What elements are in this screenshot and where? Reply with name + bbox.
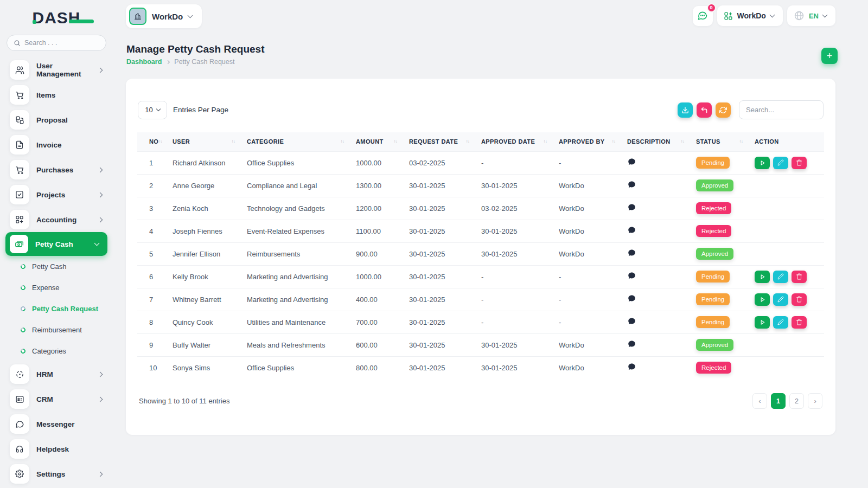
sort-icon[interactable]: ↑↓	[394, 139, 398, 144]
sidebar-subitem-petty-cash[interactable]: Petty Cash	[0, 256, 113, 277]
sidebar-subitem-reimbursement[interactable]: Reimbursement	[0, 319, 113, 341]
description-bubble-icon[interactable]	[627, 294, 636, 303]
logo-dot-icon	[33, 20, 36, 24]
cell-categorie: Marketing and Advertising	[247, 288, 356, 311]
sidebar-item-proposal[interactable]: Proposal	[0, 107, 113, 132]
messages-button[interactable]: 0	[693, 6, 713, 26]
add-request-button[interactable]: +	[821, 48, 838, 64]
edit-action-button[interactable]	[773, 157, 788, 169]
description-bubble-icon[interactable]	[627, 180, 636, 189]
bullet-ring-icon	[20, 326, 27, 333]
sidebar-item-invoice[interactable]: Invoice	[0, 132, 113, 157]
logo-dash-icon	[69, 20, 94, 23]
sidebar-item-items[interactable]: Items	[0, 82, 113, 107]
sort-icon[interactable]: ↑↓	[341, 139, 344, 144]
sort-icon[interactable]: ↑↓	[612, 139, 616, 144]
cell-approved-date: 03-02-2025	[481, 197, 559, 220]
sidebar-item-settings[interactable]: Settings	[0, 461, 113, 486]
description-bubble-icon[interactable]	[627, 226, 636, 235]
sidebar-item-helpdesk[interactable]: Helpdesk	[0, 436, 113, 461]
pagination-prev-button[interactable]: ‹	[752, 393, 767, 409]
cell-description	[627, 288, 696, 311]
sort-icon[interactable]: ↑↓	[158, 139, 162, 144]
cell-user: Quincy Cook	[173, 311, 247, 333]
cell-no: 1	[137, 151, 173, 174]
sidebar-item-petty-cash[interactable]: Petty Cash	[5, 232, 107, 256]
delete-action-button[interactable]	[792, 316, 807, 329]
cell-approved-date: -	[481, 311, 559, 333]
breadcrumb: Dashboard Petty Cash Request	[126, 58, 234, 66]
sidebar-subitem-petty-cash-request[interactable]: Petty Cash Request	[0, 298, 113, 319]
delete-action-button[interactable]	[792, 157, 807, 169]
description-bubble-icon[interactable]	[627, 248, 636, 258]
sidebar-search[interactable]	[7, 35, 106, 51]
sidebar-search-input[interactable]	[24, 39, 95, 47]
cell-action	[755, 356, 824, 379]
export-button[interactable]	[678, 102, 693, 118]
sidebar-subitem-categories[interactable]: Categories	[0, 341, 113, 362]
table-body: 1 Richard Atkinson Office Supplies 1000.…	[137, 151, 824, 379]
cell-status: Pending	[696, 311, 755, 333]
refresh-button[interactable]	[716, 102, 731, 118]
table-row: 8 Quincy Cook Utilities and Maintenance …	[137, 311, 824, 333]
delete-action-button[interactable]	[792, 271, 807, 283]
delete-action-button[interactable]	[792, 293, 807, 306]
sort-icon[interactable]: ↑↓	[739, 139, 743, 144]
breadcrumb-dashboard-link[interactable]: Dashboard	[126, 58, 162, 66]
approve-action-button[interactable]	[755, 271, 770, 283]
sort-icon[interactable]: ↑↓	[544, 139, 547, 144]
sidebar-item-label: Invoice	[36, 141, 104, 149]
description-bubble-icon[interactable]	[627, 362, 636, 371]
sort-icon[interactable]: ↑↓	[681, 139, 685, 144]
entries-per-page-label: Entries Per Page	[173, 106, 228, 114]
sidebar-item-projects[interactable]: Projects	[0, 182, 113, 207]
sidebar-item-hrm[interactable]: HRM	[0, 362, 113, 387]
description-bubble-icon[interactable]	[627, 339, 636, 349]
edit-action-button[interactable]	[773, 293, 788, 306]
sidebar-item-messenger[interactable]: Messenger	[0, 412, 113, 436]
cell-status: Approved	[696, 242, 755, 265]
sidebar-item-label: CRM	[36, 395, 91, 403]
entries-value: 10	[145, 106, 152, 114]
cell-no: 10	[137, 356, 173, 379]
entries-per-page-select[interactable]: 10	[138, 101, 167, 119]
approve-action-button[interactable]	[755, 293, 770, 306]
sidebar-subitem-expense[interactable]: Expense	[0, 277, 113, 298]
sidebar: DASH User Management Items Proposal Invo…	[0, 0, 113, 488]
edit-action-button[interactable]	[773, 316, 788, 329]
sidebar-item-user-management[interactable]: User Management	[0, 57, 113, 82]
description-bubble-icon[interactable]	[627, 203, 636, 212]
sort-icon[interactable]: ↑↓	[232, 139, 235, 144]
approve-action-button[interactable]	[755, 316, 770, 329]
sidebar-item-crm[interactable]: CRM	[0, 387, 113, 412]
pagination-page-1[interactable]: 1	[771, 393, 786, 409]
cell-description	[627, 333, 696, 356]
sidebar-nav: User Management Items Proposal Invoice P…	[0, 56, 113, 487]
cell-request-date: 30-01-2025	[409, 288, 481, 311]
approve-action-button[interactable]	[755, 157, 770, 169]
table-search-input[interactable]	[739, 100, 824, 119]
download-icon	[681, 106, 689, 114]
cell-amount: 600.00	[356, 333, 409, 356]
sidebar-item-accounting[interactable]: Accounting	[0, 207, 113, 232]
petty-cash-request-table: NO↑↓ USER↑↓ CATEGORIE↑↓ AMOUNT↑↓ REQUEST…	[137, 132, 824, 379]
reset-button[interactable]	[697, 102, 712, 118]
language-label: EN	[809, 12, 819, 20]
description-bubble-icon[interactable]	[627, 317, 636, 326]
pagination-page-2[interactable]: 2	[789, 393, 804, 409]
sort-icon[interactable]: ↑↓	[466, 139, 470, 144]
language-dropdown[interactable]: EN	[787, 5, 835, 26]
status-badge: Approved	[696, 339, 733, 351]
workspace-switcher[interactable]: WorkDo	[126, 4, 202, 28]
cell-status: Rejected	[696, 220, 755, 242]
edit-action-button[interactable]	[773, 271, 788, 283]
workspace-dropdown[interactable]: WorkDo	[717, 5, 783, 26]
cell-categorie: Office Supplies	[247, 356, 356, 379]
sidebar-item-purchases[interactable]: Purchases	[0, 157, 113, 182]
description-bubble-icon[interactable]	[627, 271, 636, 280]
cart-icon	[10, 85, 29, 105]
pagination-next-button[interactable]: ›	[808, 393, 822, 409]
workspace-name: WorkDo	[737, 11, 766, 20]
cash-icon	[10, 235, 28, 253]
description-bubble-icon[interactable]	[627, 157, 636, 166]
